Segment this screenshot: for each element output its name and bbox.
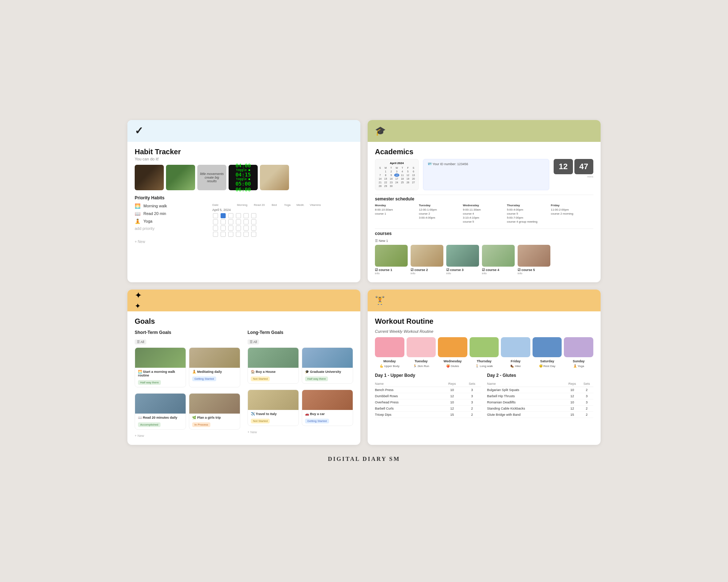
cb-3-6[interactable] <box>251 226 256 231</box>
time-minutes: 47 <box>574 159 593 174</box>
course-card-2[interactable]: ☑ course 2 info <box>411 245 443 275</box>
cb-2-4[interactable] <box>236 219 241 224</box>
course-card-3[interactable]: ☑ course 3 info <box>446 245 479 275</box>
goal-emoji-reading: 📖 <box>138 416 142 419</box>
courses-filter[interactable]: ☰ New 1 <box>375 239 593 243</box>
short-term-column: Short-Term Goals ☰ All 🌅 Start a morning… <box>135 330 240 438</box>
short-term-filter[interactable]: ☰ All <box>135 339 146 344</box>
workout-body: Workout Routine Current Weekly Workout R… <box>368 311 601 425</box>
goal-italy[interactable]: ✈️ Travel to Italy Not Started <box>248 390 299 426</box>
col-med: Medit. <box>294 203 307 207</box>
checkbox-row-1 <box>212 213 353 218</box>
habit-body: Habit Tracker You can do it! little move… <box>127 142 360 251</box>
goal-morning-walk[interactable]: 🌅 Start a morning walk routine Half way … <box>135 347 186 387</box>
cb-3-3[interactable] <box>228 226 233 231</box>
col-name-1: Name <box>375 381 441 387</box>
cb-2-2[interactable] <box>221 219 226 224</box>
short-term-cards: 🌅 Start a morning walk routine Half way … <box>135 347 240 432</box>
goal-girls-trip[interactable]: 🌿 Plan a girls trip In Process <box>189 393 240 430</box>
course-card-1[interactable]: ☑ course 1 info <box>375 245 408 275</box>
cb-4-5[interactable] <box>244 232 249 237</box>
cb-2-3[interactable] <box>228 219 233 224</box>
time-hours: 12 <box>554 159 573 174</box>
cb-1-2[interactable] <box>221 213 226 218</box>
goal-university[interactable]: 🎓 Graduate University Half way there <box>302 347 353 384</box>
thursday-col: Thursday 5:00-4:00pm course 5 5:00-7:00p… <box>507 204 549 224</box>
col-yoga: Yoga <box>282 203 293 207</box>
priority-title: Priority Habits <box>135 195 353 200</box>
wednesday-col: Wednesday 9:00-11:30am course 4 3:10-4:1… <box>463 204 506 224</box>
priority-section: Priority Habits 🌅 Morning walk 📖 Read 20… <box>135 195 353 244</box>
course-image-1 <box>375 245 408 267</box>
habit-item-yoga: 🧘 Yoga <box>135 219 205 224</box>
cb-4-1[interactable] <box>213 232 218 237</box>
course-image-3 <box>446 245 479 267</box>
course-card-5[interactable]: ☑ course 5 info <box>518 245 550 275</box>
cb-4-4[interactable] <box>236 232 241 237</box>
workout-title: Workout Routine <box>375 317 593 326</box>
tuesday-col: Tuesday 12:00-1:00pm course 2 3:00-4:00p… <box>419 204 462 224</box>
col-read: Read 20 <box>252 203 266 207</box>
goal-meditating[interactable]: 🧘 Meditating daily Getting Started <box>189 347 240 387</box>
cb-3-5[interactable] <box>244 226 249 231</box>
goal-img-morning <box>135 348 186 368</box>
habit-read-label: Read 20 min <box>143 211 166 216</box>
goal-img-meditating <box>189 348 240 368</box>
cb-1-4[interactable] <box>236 213 241 218</box>
goal-badge-reading: Accomplished <box>138 422 161 427</box>
semester-title: semester schedule <box>375 195 593 202</box>
habit-title: Habit Tracker <box>135 148 353 156</box>
col-morning: Morning <box>233 203 251 207</box>
table-row: Dumbbell Rows123 <box>375 393 481 399</box>
courses-scroll: ☑ course 1 info ☑ course 2 info ☑ course… <box>375 245 593 275</box>
academics-top-row: April 2024 SMTWTFS 123456 78910111213 14… <box>375 159 593 190</box>
course-card-4[interactable]: ☑ course 4 info <box>482 245 515 275</box>
habit-item-morning: 🌅 Morning walk <box>135 203 205 209</box>
col-sets-2: Sets <box>580 381 593 387</box>
new-long-goal-link[interactable]: + New <box>248 430 353 434</box>
cb-4-2[interactable] <box>221 232 226 237</box>
bar-friday <box>501 337 530 357</box>
cb-4-6[interactable] <box>251 232 256 237</box>
habit-tracker-panel: ✓ Habit Tracker You can do it! little mo… <box>127 120 360 282</box>
cb-3-4[interactable] <box>236 226 241 231</box>
main-grid: ✓ Habit Tracker You can do it! little mo… <box>127 120 601 445</box>
cb-1-1[interactable] <box>213 213 218 218</box>
col-name-2: Name <box>487 381 565 387</box>
morning-icon: 🌅 <box>135 203 141 209</box>
weekly-bars <box>375 337 593 357</box>
time-label: mins <box>574 175 593 178</box>
new-short-goal-link[interactable]: + New <box>135 434 240 438</box>
cb-3-2[interactable] <box>221 226 226 231</box>
calendar-month: April 2024 <box>377 162 416 165</box>
new-habit-link[interactable]: + New <box>135 240 353 244</box>
cb-1-5[interactable] <box>244 213 249 218</box>
cb-2-5[interactable] <box>244 219 249 224</box>
goal-car[interactable]: 🚗 Buy a car Getting Started <box>302 390 353 426</box>
goal-img-house <box>248 348 298 368</box>
cb-4-3[interactable] <box>228 232 233 237</box>
goal-reading[interactable]: 📖 Read 20 minutes daily Accomplished <box>135 393 186 430</box>
day2-tbody: Bulgarian Split Squats102 Barbell Hip Th… <box>487 387 593 418</box>
habit-morning-label: Morning walk <box>143 204 167 208</box>
col-bed: Bed <box>268 203 281 207</box>
add-priority-link[interactable]: add priority <box>135 226 205 231</box>
table-row: Overhead Press103 <box>375 399 481 405</box>
long-term-filter[interactable]: ☰ All <box>248 339 259 344</box>
bar-wednesday <box>438 337 467 357</box>
cb-2-6[interactable] <box>251 219 256 224</box>
bar-monday <box>375 337 404 357</box>
checkbox-row-4 <box>212 232 353 237</box>
goals-title: Goals <box>135 317 353 326</box>
time-display: 12 47 mins <box>554 159 593 190</box>
id-card: 🪪 Your ID number: 123456 <box>423 159 549 190</box>
goal-house[interactable]: 🏠 Buy a House Not Started <box>248 347 299 384</box>
day2-table: Name Reps Sets Bulgarian Split Squats102… <box>487 381 593 418</box>
academics-body: Academics April 2024 SMTWTFS 123456 7891… <box>368 142 601 282</box>
table-row: Tricep Dips152 <box>375 411 481 418</box>
cb-3-1[interactable] <box>213 226 218 231</box>
cb-2-1[interactable] <box>213 219 218 224</box>
day-labels: Monday Tuesday Wednesday Thursday Friday… <box>375 359 593 363</box>
cb-1-3[interactable] <box>228 213 233 218</box>
cb-1-6[interactable] <box>251 213 256 218</box>
